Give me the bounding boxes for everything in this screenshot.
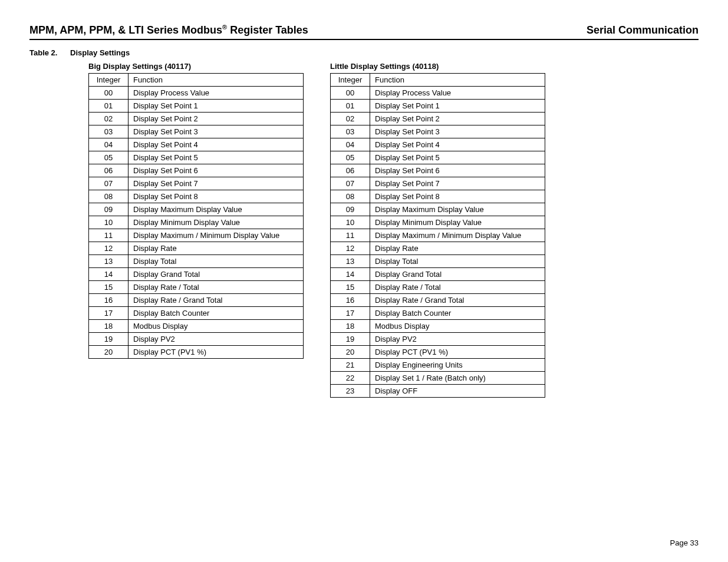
function-cell: Display Rate / Grand Total: [129, 294, 304, 307]
function-cell: Display Set 1 / Rate (Batch only): [370, 372, 545, 385]
function-cell: Display Rate / Grand Total: [370, 294, 545, 307]
function-cell: Display Minimum Display Value: [370, 216, 545, 229]
table-header-row: Integer Function: [331, 74, 545, 87]
little-display-table: Integer Function 00Display Process Value…: [330, 73, 545, 398]
function-cell: Display Set Point 7: [129, 177, 304, 190]
function-cell: Display Grand Total: [129, 268, 304, 281]
integer-cell: 00: [89, 87, 129, 100]
integer-cell: 05: [89, 151, 129, 164]
table-row: 03Display Set Point 3: [89, 125, 304, 138]
function-cell: Display PCT (PV1 %): [129, 346, 304, 359]
integer-cell: 06: [89, 164, 129, 177]
integer-cell: 14: [89, 268, 129, 281]
function-cell: Display Set Point 3: [129, 125, 304, 138]
table-row: 15Display Rate / Total: [331, 281, 545, 294]
function-cell: Display Set Point 5: [370, 151, 545, 164]
function-cell: Display Set Point 6: [370, 164, 545, 177]
integer-cell: 09: [331, 203, 370, 216]
integer-cell: 20: [89, 346, 129, 359]
integer-cell: 16: [331, 294, 370, 307]
function-cell: Display Rate / Total: [370, 281, 545, 294]
col-integer: Integer: [331, 74, 370, 87]
registered-mark: ®: [222, 24, 227, 31]
integer-cell: 04: [89, 138, 129, 151]
function-cell: Display Rate: [370, 242, 545, 255]
table-row: 14Display Grand Total: [331, 268, 545, 281]
integer-cell: 07: [331, 177, 370, 190]
function-cell: Display PCT (PV1 %): [370, 346, 545, 359]
integer-cell: 06: [331, 164, 370, 177]
table-row: 08Display Set Point 8: [89, 190, 304, 203]
integer-cell: 18: [89, 320, 129, 333]
function-cell: Display Minimum Display Value: [129, 216, 304, 229]
header-left-prefix: MPM, APM, PPM, & LTI Series Modbus: [29, 24, 222, 36]
header-left-suffix: Register Tables: [227, 24, 308, 36]
function-cell: Display Set Point 4: [370, 138, 545, 151]
function-cell: Display Total: [370, 255, 545, 268]
integer-cell: 07: [89, 177, 129, 190]
integer-cell: 04: [331, 138, 370, 151]
function-cell: Display Maximum / Minimum Display Value: [129, 229, 304, 242]
table-row: 12Display Rate: [89, 242, 304, 255]
big-display-block: Big Display Settings (40117) Integer Fun…: [88, 62, 304, 398]
table-row: 20Display PCT (PV1 %): [89, 346, 304, 359]
function-cell: Display Total: [129, 255, 304, 268]
integer-cell: 12: [89, 242, 129, 255]
integer-cell: 19: [89, 333, 129, 346]
table-row: 19Display PV2: [89, 333, 304, 346]
table-row: 10Display Minimum Display Value: [331, 216, 545, 229]
integer-cell: 09: [89, 203, 129, 216]
function-cell: Display Process Value: [129, 87, 304, 100]
function-cell: Display Set Point 1: [129, 100, 304, 113]
table-row: 18Modbus Display: [89, 320, 304, 333]
table-caption: Table 2. Display Settings: [29, 48, 699, 57]
function-cell: Display Set Point 5: [129, 151, 304, 164]
function-cell: Display Set Point 8: [370, 190, 545, 203]
table-row: 21Display Engineering Units: [331, 359, 545, 372]
integer-cell: 01: [89, 100, 129, 113]
function-cell: Display Set Point 3: [370, 125, 545, 138]
integer-cell: 08: [331, 190, 370, 203]
table-row: 13Display Total: [89, 255, 304, 268]
function-cell: Display Set Point 2: [370, 113, 545, 125]
table-row: 07Display Set Point 7: [89, 177, 304, 190]
integer-cell: 21: [331, 359, 370, 372]
table-header-row: Integer Function: [89, 74, 304, 87]
function-cell: Display Set Point 6: [129, 164, 304, 177]
integer-cell: 00: [331, 87, 370, 100]
function-cell: Display Engineering Units: [370, 359, 545, 372]
integer-cell: 15: [89, 281, 129, 294]
integer-cell: 22: [331, 372, 370, 385]
function-cell: Display Set Point 7: [370, 177, 545, 190]
table-row: 05Display Set Point 5: [331, 151, 545, 164]
page-header: MPM, APM, PPM, & LTI Series Modbus® Regi…: [29, 24, 699, 40]
function-cell: Display Grand Total: [370, 268, 545, 281]
table-row: 14Display Grand Total: [89, 268, 304, 281]
integer-cell: 14: [331, 268, 370, 281]
col-function: Function: [129, 74, 304, 87]
little-display-block: Little Display Settings (40118) Integer …: [330, 62, 545, 398]
function-cell: Display Set Point 4: [129, 138, 304, 151]
table-row: 13Display Total: [331, 255, 545, 268]
integer-cell: 10: [331, 216, 370, 229]
integer-cell: 05: [331, 151, 370, 164]
table-row: 05Display Set Point 5: [89, 151, 304, 164]
table-row: 03Display Set Point 3: [331, 125, 545, 138]
integer-cell: 13: [89, 255, 129, 268]
function-cell: Display OFF: [370, 385, 545, 398]
integer-cell: 17: [89, 307, 129, 320]
function-cell: Display Process Value: [370, 87, 545, 100]
integer-cell: 16: [89, 294, 129, 307]
table-row: 23Display OFF: [331, 385, 545, 398]
table-row: 16Display Rate / Grand Total: [331, 294, 545, 307]
integer-cell: 15: [331, 281, 370, 294]
table-row: 20Display PCT (PV1 %): [331, 346, 545, 359]
table-row: 02Display Set Point 2: [89, 113, 304, 125]
function-cell: Display Set Point 8: [129, 190, 304, 203]
table-row: 11Display Maximum / Minimum Display Valu…: [331, 229, 545, 242]
table-row: 06Display Set Point 6: [89, 164, 304, 177]
function-cell: Display PV2: [370, 333, 545, 346]
table-row: 12Display Rate: [331, 242, 545, 255]
integer-cell: 20: [331, 346, 370, 359]
integer-cell: 23: [331, 385, 370, 398]
